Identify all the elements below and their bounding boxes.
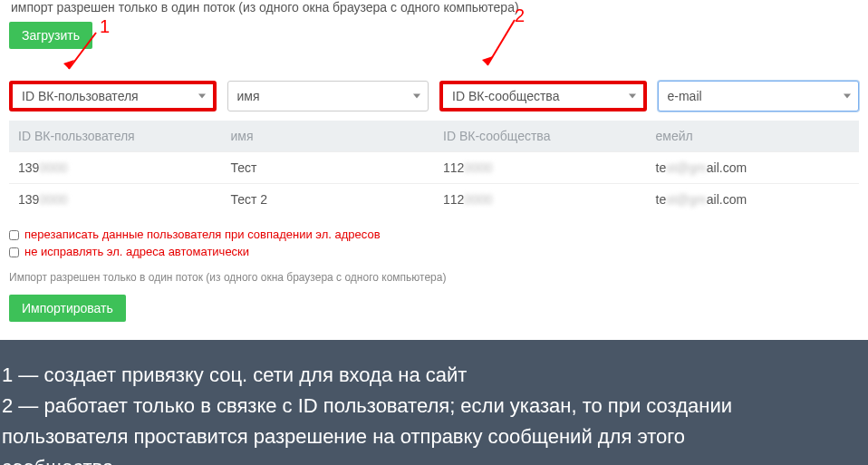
option-overwrite: перезаписать данные пользователя при сов… [9,228,859,241]
annotation-1: 1 [100,16,110,37]
option-label: перезаписать данные пользователя при сов… [24,228,381,241]
preview-table: ID ВК-пользователя имя ID ВК-сообщества … [9,121,859,215]
select-label: имя [237,89,260,103]
svg-marker-3 [482,56,493,65]
cell-vk-community: 1120000 [434,184,647,215]
footer-line-1: 1 — создает привязку соц. сети для входа… [0,360,868,391]
chevron-down-icon [413,94,420,99]
cell-vk-user: 1390000 [9,184,222,215]
cell-name: Тест 2 [222,184,435,215]
import-note-small: Импорт разрешен только в один поток (из … [9,271,859,284]
cell-name: Тест [222,152,435,183]
col-header-vk-user: ID ВК-пользователя [9,121,222,151]
select-label: ID ВК-сообщества [452,89,559,103]
option-label: не исправлять эл. адреса автоматически [24,245,249,258]
load-row: Загрузить 1 2 [9,22,859,49]
table-row: 1390000 Тест 2 1120000 test@gmail.com [9,183,859,215]
footer-line-4: сообщества [0,452,868,465]
chevron-down-icon [629,94,636,99]
select-label: ID ВК-пользователя [22,89,139,103]
table-header: ID ВК-пользователя имя ID ВК-сообщества … [9,121,859,151]
overwrite-checkbox[interactable] [9,230,19,240]
select-vk-community-id[interactable]: ID ВК-сообщества [439,81,647,111]
footer-line-2: 2 — работает только в связке с ID пользо… [0,391,868,421]
import-options: перезаписать данные пользователя при сов… [9,228,859,258]
no-fix-email-checkbox[interactable] [9,247,19,257]
chevron-down-icon [198,94,206,99]
option-no-fix-email: не исправлять эл. адреса автоматически [9,245,859,258]
cell-email: test@gmail.com [647,184,860,215]
svg-line-2 [487,20,515,65]
field-mapping-row: ID ВК-пользователя имя ID ВК-сообщества … [9,81,859,111]
import-note-top: импорт разрешен только в один поток (из … [11,0,859,15]
annotation-2-arrow [482,20,518,77]
load-button[interactable]: Загрузить [9,22,92,49]
chevron-down-icon [844,94,851,99]
col-header-name: имя [222,121,435,151]
footer-explanation: 1 — создает привязку соц. сети для входа… [0,340,868,465]
svg-marker-1 [63,60,74,69]
select-label: e-mail [668,89,702,103]
col-header-email: емейл [647,121,860,151]
select-vk-user-id[interactable]: ID ВК-пользователя [9,81,217,111]
cell-email: test@gmail.com [647,152,860,183]
import-panel: импорт разрешен только в один поток (из … [0,0,868,340]
cell-vk-user: 1390000 [9,152,222,183]
table-row: 1390000 Тест 1120000 test@gmail.com [9,151,859,183]
cell-vk-community: 1120000 [434,152,647,183]
import-button[interactable]: Импортировать [9,295,126,322]
footer-line-3: пользователя проставится разрешение на о… [0,421,868,452]
col-header-vk-community: ID ВК-сообщества [434,121,647,151]
select-email[interactable]: e-mail [658,81,860,111]
select-name[interactable]: имя [227,81,429,111]
